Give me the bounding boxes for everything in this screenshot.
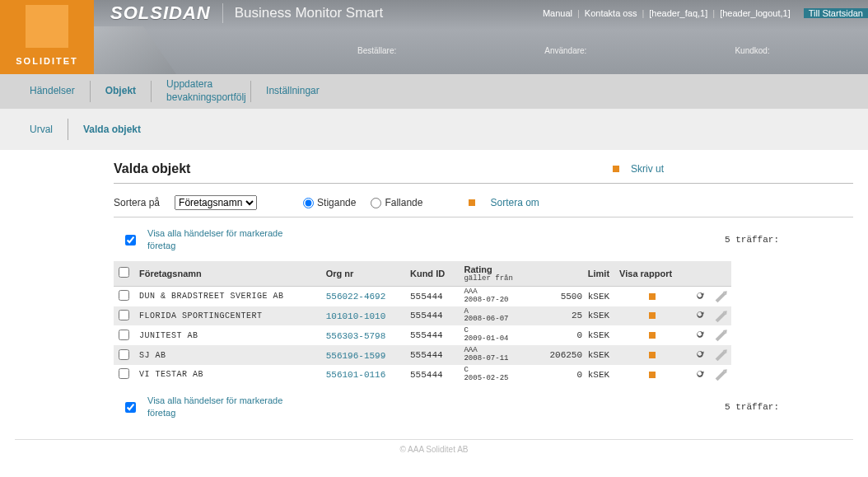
footer: © AAA Soliditet AB	[15, 439, 853, 459]
row-checkbox[interactable]	[119, 290, 129, 301]
link-startpage[interactable]: Till Startsidan	[804, 8, 868, 18]
cell-name: FLORIDA SPORTINGCENTERT	[134, 306, 321, 326]
refresh-button[interactable]	[695, 311, 705, 321]
objects-table: Företagsnamn Org nr Kund ID Rating gälle…	[114, 261, 731, 385]
table-row: FLORIDA SPORTINGCENTERT101010-1010555444…	[114, 306, 731, 326]
nav-update[interactable]: Uppdatera bevakningsportfölj	[152, 78, 250, 104]
link-manual[interactable]: Manual	[538, 8, 577, 18]
report-icon[interactable]	[649, 352, 656, 358]
top-links: Manual | Kontakta oss | [header_faq,1] |…	[538, 8, 868, 18]
orgnr-link[interactable]: 556022-4692	[326, 292, 386, 302]
cell-name: DUN & BRADSTREET SVERIGE AB	[134, 286, 321, 306]
table-row: VI TESTAR AB556101-0116555444C2005-02-25…	[114, 365, 731, 385]
cell-kund: 555444	[405, 365, 459, 385]
col-report[interactable]: Visa rapport	[614, 261, 690, 287]
refresh-button[interactable]	[695, 331, 705, 341]
refresh-icon	[695, 330, 705, 339]
square-icon	[469, 199, 475, 206]
resort-link[interactable]: Sortera om	[490, 197, 539, 208]
sort-label: Sortera på	[114, 197, 160, 208]
nav-objects[interactable]: Objekt	[91, 85, 151, 98]
app-subtitle: Business Monitor Smart	[235, 5, 383, 21]
edit-button[interactable]	[716, 292, 726, 302]
orgnr-link[interactable]: 101010-1010	[326, 311, 386, 321]
square-icon	[613, 166, 619, 172]
cell-limit: 206250 kSEK	[530, 345, 614, 365]
refresh-icon	[695, 291, 705, 301]
cell-name: JUNITEST AB	[134, 325, 321, 345]
row-checkbox[interactable]	[119, 368, 129, 379]
sort-select[interactable]: Företagsnamn	[175, 195, 257, 210]
cell-kund: 555444	[405, 325, 459, 345]
app-title: SOLSIDAN	[110, 2, 211, 24]
col-rating[interactable]: Rating gäller från	[459, 261, 530, 287]
show-events-label[interactable]: Visa alla händelser för markerade företa…	[147, 395, 296, 420]
radio-asc[interactable]: Stigande	[303, 197, 356, 208]
show-events-label[interactable]: Visa alla händelser för markerade företa…	[147, 227, 296, 253]
table-row: JUNITEST AB556303-5798555444C2009-01-040…	[114, 325, 731, 345]
report-icon[interactable]	[649, 332, 656, 339]
cell-name: VI TESTAR AB	[134, 365, 321, 385]
link-faq[interactable]: [header_faq,1]	[644, 8, 712, 18]
radio-desc[interactable]: Fallande	[371, 197, 422, 208]
hit-count: 5 träffar:	[725, 235, 779, 245]
cell-rating: C2009-01-04	[459, 325, 530, 345]
refresh-button[interactable]	[695, 292, 705, 302]
edit-button[interactable]	[716, 351, 726, 362]
main-nav: Händelser Objekt Uppdatera bevakningspor…	[0, 74, 868, 109]
divider	[222, 3, 223, 23]
logo: SOLIDITET	[0, 0, 94, 74]
link-logout[interactable]: [header_logout,1]	[715, 8, 796, 18]
row-checkbox[interactable]	[119, 349, 129, 360]
logo-square	[26, 5, 68, 48]
show-events-checkbox-bottom[interactable]	[125, 402, 136, 413]
refresh-button[interactable]	[695, 371, 705, 381]
label-user: Användare:	[544, 46, 586, 55]
refresh-icon	[695, 310, 705, 320]
logo-text: SOLIDITET	[16, 56, 77, 66]
cell-limit: 0 kSEK	[530, 325, 614, 345]
cell-kund: 555444	[405, 286, 459, 306]
report-icon[interactable]	[649, 312, 656, 319]
header: SOLIDITET SOLSIDAN Business Monitor Smar…	[0, 0, 868, 74]
report-icon[interactable]	[649, 372, 656, 378]
label-custcode: Kundkod:	[735, 46, 769, 55]
cell-limit: 5500 kSEK	[530, 286, 614, 306]
cell-kund: 555444	[405, 345, 459, 365]
header-right: SOLSIDAN Business Monitor Smart Manual |…	[94, 0, 868, 74]
refresh-icon	[695, 349, 705, 359]
cell-kund: 555444	[405, 306, 459, 326]
col-orgnr[interactable]: Org nr	[321, 261, 405, 287]
report-icon[interactable]	[649, 293, 656, 300]
radio-asc-input[interactable]	[303, 198, 314, 208]
cell-limit: 25 kSEK	[530, 306, 614, 326]
nav-settings[interactable]: Inställningar	[251, 85, 334, 98]
orgnr-link[interactable]: 556101-0116	[326, 370, 386, 380]
cell-limit: 0 kSEK	[530, 365, 614, 385]
print-link[interactable]: Skriv ut	[613, 163, 664, 175]
show-events-checkbox-top[interactable]	[125, 235, 136, 246]
cell-name: SJ AB	[134, 345, 321, 365]
row-checkbox[interactable]	[119, 330, 129, 340]
radio-desc-input[interactable]	[371, 198, 381, 208]
edit-button[interactable]	[716, 331, 726, 342]
subnav-urval[interactable]: Urval	[15, 124, 68, 135]
row-checkbox[interactable]	[119, 310, 129, 320]
col-kund[interactable]: Kund ID	[405, 261, 459, 287]
orgnr-link[interactable]: 556303-5798	[326, 331, 386, 341]
label-orderer: Beställare:	[357, 46, 396, 55]
col-limit[interactable]: Limit	[530, 261, 614, 287]
cell-rating: A2008-06-07	[459, 306, 530, 326]
link-contact[interactable]: Kontakta oss	[580, 8, 642, 18]
orgnr-link[interactable]: 556196-1599	[326, 351, 386, 361]
edit-button[interactable]	[716, 311, 726, 322]
table-row: SJ AB556196-1599555444AAA2008-07-1120625…	[114, 345, 731, 365]
cell-rating: C2005-02-25	[459, 365, 530, 385]
select-all-checkbox[interactable]	[119, 267, 129, 278]
refresh-button[interactable]	[695, 351, 705, 361]
subnav-selected[interactable]: Valda objekt	[68, 124, 156, 135]
col-name[interactable]: Företagsnamn	[134, 261, 321, 287]
content: Valda objekt Skriv ut Sortera på Företag…	[0, 150, 868, 436]
edit-button[interactable]	[716, 371, 726, 381]
nav-events[interactable]: Händelser	[15, 85, 90, 98]
